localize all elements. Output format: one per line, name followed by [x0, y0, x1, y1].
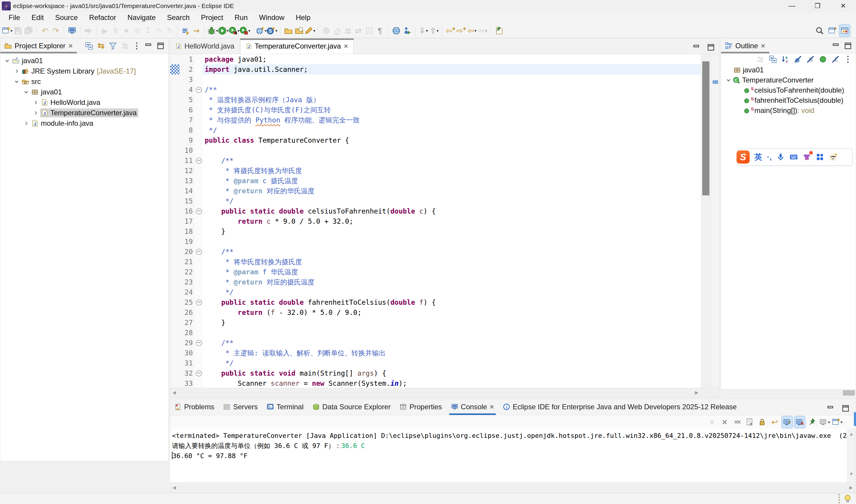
fold-collapse-icon[interactable]	[195, 368, 203, 378]
bottom-tab-problems[interactable]: Problems	[174, 399, 214, 415]
code-line-2[interactable]: 2import java.util.Scanner;	[170, 64, 701, 74]
menu-source[interactable]: Source	[50, 12, 84, 23]
code-line-17[interactable]: 17 return c * 9.0 / 5.0 + 32.0;	[170, 216, 701, 227]
code-line-25[interactable]: 25 public static double fahrenheitToCels…	[170, 297, 701, 307]
tree-item-java01[interactable]: java01	[0, 87, 168, 97]
explorer-link-with-editor-button[interactable]: ⇆	[96, 40, 106, 52]
tree-item-src[interactable]: src	[0, 76, 168, 87]
code-line-22[interactable]: 22 * @param f 华氏温度	[170, 267, 701, 277]
redo-button[interactable]: ↷	[50, 25, 61, 37]
code-line-20[interactable]: 20 /**	[170, 247, 701, 257]
close-window-button[interactable]: ✕	[831, 0, 856, 12]
eraser-button[interactable]	[332, 25, 342, 37]
ime-lang-mode[interactable]: 英	[754, 152, 762, 162]
console-display-console-button[interactable]: ▾	[819, 416, 830, 428]
close-tab-icon[interactable]: ×	[490, 403, 494, 411]
code-line-21[interactable]: 21 * 将华氏度转换为摄氏度	[170, 257, 701, 267]
dropdown-arrow-icon[interactable]: ▾	[840, 420, 843, 425]
console-pin-console-button[interactable]	[807, 416, 818, 428]
suspend-button[interactable]: ‖	[110, 25, 121, 37]
code-line-1[interactable]: 1package java01;	[170, 54, 701, 64]
ime-keyboard-icon[interactable]	[789, 153, 798, 161]
fold-collapse-icon[interactable]	[195, 338, 203, 348]
dropdown-arrow-icon[interactable]: ▾	[11, 28, 13, 33]
explorer-focus-task-button[interactable]	[120, 40, 130, 52]
fold-collapse-icon[interactable]	[195, 156, 203, 166]
show-whitespace-button[interactable]: ¶	[375, 25, 385, 37]
dropdown-arrow-icon[interactable]: ▾	[216, 28, 218, 33]
code-line-19[interactable]: 19	[170, 236, 701, 247]
sogou-logo-icon[interactable]: S	[736, 150, 750, 164]
outline-sort-button[interactable]: az	[780, 53, 791, 65]
tree-item-temperatureconverter.java[interactable]: JTemperatureConverter.java	[0, 108, 168, 118]
console-show-on-stderr-button[interactable]	[794, 416, 805, 428]
outline-item-celsiustofahrenheit-double-[interactable]: ScelsiusToFahrenheit(double)	[721, 85, 856, 95]
code-line-7[interactable]: 7 * 与你提供的 Python 程序功能、逻辑完全一致	[170, 115, 701, 125]
outline-item-fahrenheittocelsius-double-[interactable]: SfahrenheitToCelsius(double)	[721, 95, 856, 105]
console-remove-launch-button[interactable]: ×	[719, 416, 730, 428]
code-line-15[interactable]: 15 */	[170, 196, 701, 206]
code-line-29[interactable]: 29 /**	[170, 338, 701, 348]
step-over-button[interactable]: ↷	[153, 25, 164, 37]
editor-horizontal-scrollbar[interactable]: ◀ ▶	[170, 388, 719, 397]
console-show-on-stdout-button[interactable]	[782, 416, 792, 428]
flashlight-button[interactable]	[83, 25, 94, 37]
scroll-left-icon[interactable]: ◀	[173, 390, 176, 395]
outline-minimize-button[interactable]	[831, 40, 841, 52]
pin-editor-button[interactable]	[321, 25, 332, 37]
code-line-23[interactable]: 23 * @return 对应的摄氏温度	[170, 277, 701, 287]
menu-window[interactable]: Window	[253, 12, 290, 23]
java-ee-perspective-button[interactable]	[839, 25, 850, 37]
outline-collapse-all-button[interactable]	[767, 53, 778, 65]
external-tools-button[interactable]	[402, 25, 412, 37]
scroll-right-icon[interactable]: ▶	[849, 485, 853, 490]
fold-collapse-icon[interactable]	[195, 206, 203, 216]
outline-hide-fields-button[interactable]	[792, 53, 803, 65]
bottom-tab-console[interactable]: Console×	[451, 399, 494, 415]
console-maximize-button[interactable]	[840, 402, 851, 414]
new-ee-project-button[interactable]: ▾	[256, 25, 267, 37]
console-minimize-button[interactable]	[825, 402, 836, 414]
outline-view-menu-button[interactable]: ⋮	[843, 53, 853, 65]
editor-vertical-scrollbar[interactable]	[701, 54, 711, 388]
console-terminate-console-button[interactable]: ■	[707, 416, 717, 428]
menu-run[interactable]: Run	[229, 12, 253, 23]
menu-file[interactable]: File	[3, 12, 26, 23]
code-line-10[interactable]: 10	[170, 145, 701, 156]
code-line-11[interactable]: 11 /**	[170, 156, 701, 166]
run-button[interactable]: ▾	[218, 25, 229, 37]
project-explorer-tab[interactable]: Project Explorer ×	[0, 38, 77, 53]
step-filters-button[interactable]: ⇝	[191, 25, 202, 37]
save-all-button[interactable]	[23, 25, 34, 37]
code-line-24[interactable]: 24 */	[170, 287, 701, 297]
disconnect-button[interactable]: ⊘	[132, 25, 142, 37]
dropdown-arrow-icon[interactable]: ▾	[248, 28, 250, 33]
restore-window-button[interactable]: ❐	[805, 0, 831, 12]
convert-delimiters-button[interactable]: ⇄	[353, 25, 364, 37]
step-return-button[interactable]: ↰	[164, 25, 175, 37]
menu-refactor[interactable]: Refactor	[84, 12, 122, 23]
show-doc-button[interactable]	[364, 25, 375, 37]
chevron-right-icon[interactable]	[31, 100, 40, 105]
last-edit-location-button[interactable]: ⇦✱	[445, 25, 456, 37]
editor-maximize-button[interactable]	[706, 41, 716, 53]
collab-button[interactable]	[342, 25, 353, 37]
next-annotation-button[interactable]: ⇩▾	[418, 25, 429, 37]
editor-minimize-button[interactable]	[691, 41, 702, 53]
code-line-28[interactable]: 28	[170, 328, 701, 338]
open-element-button[interactable]	[67, 25, 77, 37]
code-line-30[interactable]: 30 * 主逻辑: 读取输入、解析、判断单位、转换并输出	[170, 348, 701, 358]
scrollbar-thumb[interactable]	[702, 61, 709, 195]
coverage-button[interactable]: ▾	[229, 25, 239, 37]
resume-button[interactable]: ▶	[100, 25, 110, 37]
chevron-right-icon[interactable]	[12, 69, 21, 74]
close-view-icon[interactable]: ×	[761, 42, 765, 50]
close-tab-icon[interactable]: ×	[344, 42, 348, 50]
code-line-6[interactable]: 6 * 支持摄氏度(C)与华氏度(F)之间互转	[170, 105, 701, 115]
scroll-up-icon[interactable]: ▲	[849, 431, 854, 436]
close-view-icon[interactable]: ×	[69, 42, 73, 50]
chevron-down-icon[interactable]	[12, 79, 21, 84]
outline-horizontal-scrollbar[interactable]	[721, 389, 855, 397]
dropdown-arrow-icon[interactable]: ▾	[227, 28, 229, 33]
outline-hide-local-types-button[interactable]: L	[830, 53, 841, 65]
